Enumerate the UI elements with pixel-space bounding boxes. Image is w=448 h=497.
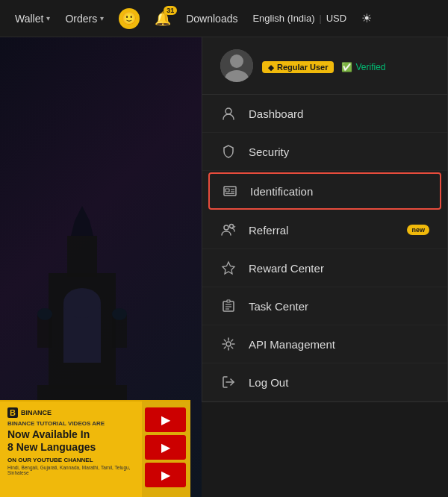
referral-label: Referral — [249, 224, 391, 237]
banner-headline: Now Available In 8 New Languages — [7, 428, 134, 454]
downloads-label: Downloads — [186, 13, 237, 25]
api-icon — [220, 336, 237, 352]
user-dropdown-menu: ◆ Regular User ✅ Verified Dashboard — [202, 37, 448, 402]
referral-new-badge: new — [407, 225, 429, 235]
notification-bell[interactable]: 🔔 31 — [155, 10, 171, 27]
language-selector[interactable]: English (India) | USD — [252, 13, 346, 24]
wallet-nav[interactable]: Wallet ▾ — [15, 13, 50, 25]
user-tier-badge: ◆ Regular User — [262, 61, 334, 73]
brightness-icon[interactable]: ☀ — [361, 11, 372, 25]
logout-icon — [220, 374, 237, 390]
user-avatar — [220, 49, 253, 82]
wallet-chevron-icon: ▾ — [46, 14, 50, 22]
svg-point-3 — [63, 288, 101, 318]
svg-point-7 — [37, 308, 52, 320]
menu-item-api-management[interactable]: API Management — [202, 325, 447, 363]
svg-rect-16 — [225, 189, 229, 192]
dashboard-icon — [220, 105, 237, 122]
banner-tutorial-text: BINANCE TUTORIAL VIDEOS ARE — [7, 420, 134, 427]
orders-label: Orders — [65, 13, 97, 25]
svg-marker-23 — [223, 262, 234, 274]
reward-icon — [220, 260, 237, 276]
dropdown-user-header: ◆ Regular User ✅ Verified — [202, 37, 447, 95]
reward-center-label: Reward Center — [249, 262, 429, 275]
youtube-thumb-3[interactable]: ▶ — [145, 463, 186, 487]
referral-icon — [220, 222, 237, 238]
banner-thumbnails: ▶ ▶ ▶ — [142, 401, 190, 497]
svg-point-20 — [224, 225, 228, 230]
avatar[interactable]: 🙂 — [119, 8, 140, 29]
banner-brand: B BINANCE — [7, 407, 134, 418]
separator: | — [320, 13, 322, 24]
dashboard-label: Dashboard — [249, 107, 429, 120]
notification-badge: 31 — [164, 6, 177, 15]
svg-point-8 — [112, 308, 127, 320]
logout-label: Log Out — [249, 376, 429, 389]
security-label: Security — [249, 146, 429, 158]
banner-languages: Hindi, Bengali, Gujarati, Kannada, Marat… — [7, 465, 134, 475]
security-icon — [220, 143, 237, 160]
checkmark-icon: ✅ — [341, 62, 352, 72]
language-label: English (India) — [252, 13, 314, 24]
currency-label: USD — [326, 13, 346, 24]
menu-item-reward-center[interactable]: Reward Center — [202, 249, 447, 287]
svg-marker-10 — [75, 206, 90, 221]
youtube-thumb-2[interactable]: ▶ — [145, 435, 186, 460]
svg-point-21 — [230, 225, 234, 228]
menu-item-identification[interactable]: Identification — [208, 172, 441, 210]
api-management-label: API Management — [249, 338, 429, 351]
orders-chevron-icon: ▾ — [100, 14, 104, 22]
svg-point-29 — [226, 342, 231, 346]
svg-rect-4 — [67, 236, 97, 277]
svg-point-14 — [225, 108, 231, 114]
identification-icon — [222, 183, 238, 199]
menu-item-security[interactable]: Security — [202, 133, 447, 171]
background-scene: ADA/BUSD -0.85% 0.7486 $0.748600 B BINAN… — [0, 37, 202, 497]
orders-nav[interactable]: Orders ▾ — [65, 13, 104, 25]
downloads-nav[interactable]: Downloads — [186, 13, 237, 25]
banner-content: B BINANCE BINANCE TUTORIAL VIDEOS ARE No… — [0, 401, 142, 497]
menu-items-list: Dashboard Security Identif — [202, 95, 447, 401]
diamond-icon: ◆ — [268, 63, 274, 72]
menu-item-logout[interactable]: Log Out — [202, 363, 447, 401]
verified-badge: ✅ Verified — [341, 62, 385, 72]
task-icon — [220, 298, 237, 314]
banner-subtext: ON OUR YOUTUBE CHANNEL — [7, 457, 134, 463]
menu-item-task-center[interactable]: Task Center — [202, 287, 447, 325]
binance-logo: B — [7, 407, 18, 418]
svg-rect-28 — [227, 300, 230, 302]
top-navigation: Wallet ▾ Orders ▾ 🙂 🔔 31 Downloads Engli… — [0, 0, 448, 37]
svg-line-22 — [234, 226, 235, 228]
menu-item-dashboard[interactable]: Dashboard — [202, 95, 447, 133]
youtube-banner[interactable]: B BINANCE BINANCE TUTORIAL VIDEOS ARE No… — [0, 400, 190, 497]
wallet-label: Wallet — [15, 13, 43, 25]
svg-point-12 — [230, 54, 243, 68]
identification-label: Identification — [250, 185, 428, 198]
task-center-label: Task Center — [249, 300, 429, 313]
svg-marker-9 — [71, 221, 93, 236]
user-status-row: ◆ Regular User ✅ Verified — [262, 61, 386, 73]
menu-item-referral[interactable]: Referral new — [202, 211, 447, 249]
arch-silhouette — [7, 184, 157, 422]
youtube-thumb-1[interactable]: ▶ — [145, 407, 186, 432]
